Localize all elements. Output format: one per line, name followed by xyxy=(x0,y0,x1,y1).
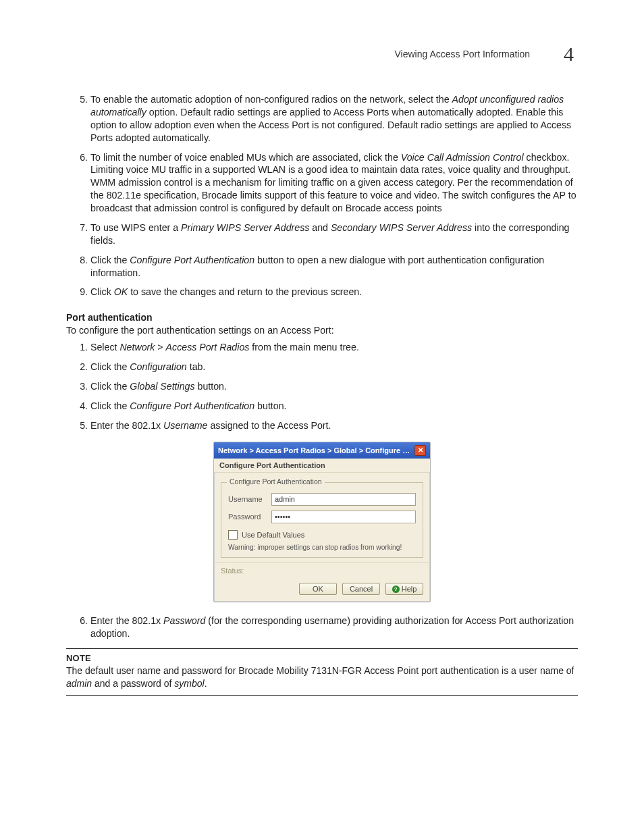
note-text: The default user name and password for B… xyxy=(66,664,578,689)
auth-fieldset: Configure Port Authentication Username a… xyxy=(221,482,423,558)
chapter-number: 4 xyxy=(564,43,574,66)
help-icon: ? xyxy=(392,585,400,593)
username-label: Username xyxy=(228,495,271,503)
use-default-row: Use Default Values xyxy=(228,530,416,540)
fieldset-legend: Configure Port Authentication xyxy=(227,477,325,486)
status-row: Status: xyxy=(214,562,430,579)
dialog-buttons: OK Cancel ?Help xyxy=(214,579,430,602)
pa-step-3: Click the Global Settings button. xyxy=(90,380,578,393)
port-auth-steps: Select Network > Access Port Radios from… xyxy=(66,341,578,432)
use-default-label: Use Default Values xyxy=(242,531,304,539)
password-input[interactable]: •••••• xyxy=(271,511,416,523)
running-header: Viewing Access Port Information 4 xyxy=(394,43,574,66)
pa-step-5: Enter the 802.1x Username assigned to th… xyxy=(90,419,578,432)
configure-port-auth-dialog: Network > Access Port Radios > Global > … xyxy=(213,442,431,603)
section-title: Viewing Access Port Information xyxy=(394,49,530,59)
dialog-subtitle: Configure Port Authentication xyxy=(214,459,430,473)
dialog-titlebar: Network > Access Port Radios > Global > … xyxy=(214,442,430,459)
page-body: To enable the automatic adoption of non-… xyxy=(66,93,578,696)
password-label: Password xyxy=(228,513,271,521)
port-auth-steps-cont: Enter the 802.1x Password (for the corre… xyxy=(66,615,578,640)
dialog-warning: Warning: improper settings can stop radi… xyxy=(228,544,416,552)
dialog-screenshot: Network > Access Port Radios > Global > … xyxy=(66,442,578,603)
pa-step-4: Click the Configure Port Authentication … xyxy=(90,400,578,413)
cancel-button[interactable]: Cancel xyxy=(342,583,380,595)
document-page: Viewing Access Port Information 4 To ena… xyxy=(0,0,644,834)
step-5: To enable the automatic adoption of non-… xyxy=(90,93,578,145)
ok-button[interactable]: OK xyxy=(299,583,337,595)
dialog-title-text: Network > Access Port Radios > Global > … xyxy=(218,446,414,454)
step-7: To use WIPS enter a Primary WIPS Server … xyxy=(90,221,578,247)
note-block: NOTE The default user name and password … xyxy=(66,648,578,696)
pa-step-1: Select Network > Access Port Radios from… xyxy=(90,341,578,354)
subheading-port-authentication: Port authentication xyxy=(66,312,578,323)
dialog-body: Configure Port Authentication Username a… xyxy=(214,473,430,563)
use-default-checkbox[interactable] xyxy=(228,530,238,540)
close-icon[interactable]: ✕ xyxy=(414,445,426,456)
step-6: To limit the number of voice enabled MUs… xyxy=(90,151,578,215)
password-row: Password •••••• xyxy=(228,511,416,523)
procedure-steps-upper: To enable the automatic adoption of non-… xyxy=(66,93,578,298)
port-auth-lead: To configure the port authentication set… xyxy=(66,325,578,336)
username-input[interactable]: admin xyxy=(271,493,416,506)
note-label: NOTE xyxy=(66,653,578,663)
step-8: Click the Configure Port Authentication … xyxy=(90,254,578,280)
username-row: Username admin xyxy=(228,493,416,506)
pa-step-2: Click the Configuration tab. xyxy=(90,361,578,373)
help-button[interactable]: ?Help xyxy=(385,583,423,595)
pa-step-6: Enter the 802.1x Password (for the corre… xyxy=(90,615,578,640)
step-9: Click OK to save the changes and return … xyxy=(90,286,578,298)
